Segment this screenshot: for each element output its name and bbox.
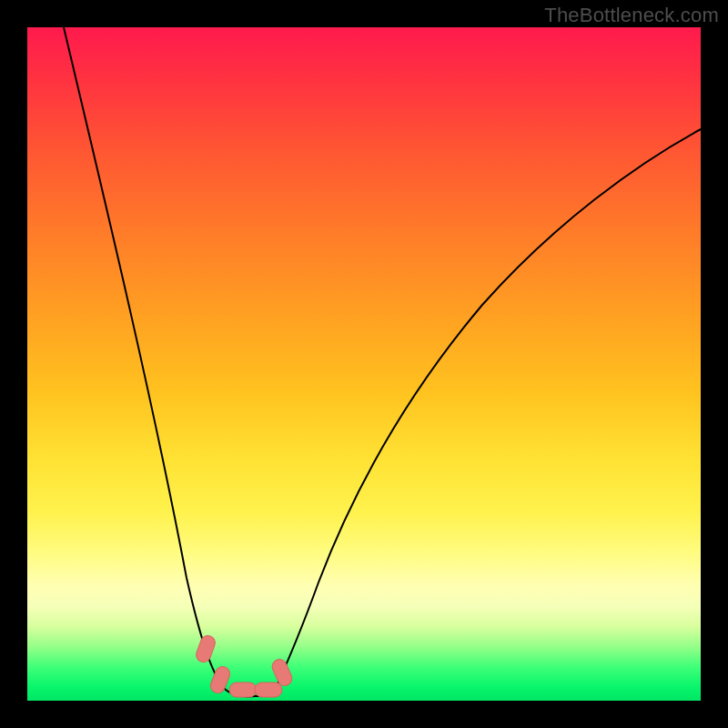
watermark-text: TheBottleneck.com	[544, 4, 719, 27]
chart-gradient-area	[27, 27, 701, 701]
chart-frame: TheBottleneck.com	[0, 0, 728, 728]
